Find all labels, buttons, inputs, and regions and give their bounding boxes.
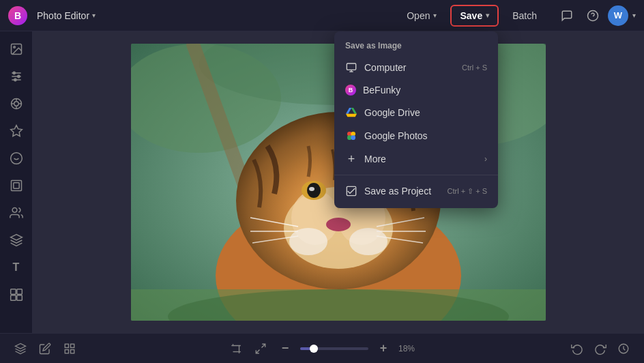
save-button[interactable]: Save ▾ — [450, 5, 499, 27]
save-more-item[interactable]: + More › — [334, 147, 498, 171]
history-button[interactable] — [614, 339, 633, 358]
sidebar-item-text[interactable]: T — [4, 255, 29, 280]
svg-rect-63 — [65, 344, 68, 347]
redo-button[interactable] — [591, 339, 610, 358]
save-computer-shortcut: Ctrl + S — [462, 63, 487, 72]
save-chevron: ▾ — [486, 12, 489, 19]
sidebar-item-frame[interactable] — [4, 173, 29, 198]
app-title-button[interactable]: Photo Editor ▾ — [33, 8, 100, 24]
undo-button[interactable] — [568, 339, 587, 358]
save-project-shortcut: Ctrl + ⇧ + S — [447, 187, 487, 196]
svg-point-13 — [13, 72, 15, 74]
svg-rect-30 — [16, 289, 22, 295]
dropdown-header: Save as Image — [334, 37, 498, 56]
save-gdrive-item[interactable]: Google Drive — [334, 101, 498, 124]
bottombar-right — [568, 339, 633, 358]
grid-toggle-button[interactable] — [60, 339, 79, 358]
zoom-in-button[interactable]: + — [374, 339, 393, 358]
topbar-right-icons: W ▾ — [556, 5, 636, 27]
svg-marker-62 — [16, 343, 26, 349]
svg-point-50 — [309, 187, 314, 191]
batch-label: Batch — [512, 10, 537, 21]
sidebar-item-touch[interactable] — [4, 146, 29, 171]
main-area: T — [0, 31, 644, 333]
save-gphotos-item[interactable]: Google Photos — [334, 124, 498, 147]
avatar-chevron: ▾ — [632, 12, 636, 19]
save-project-item[interactable]: Save as Project Ctrl + ⇧ + S — [334, 179, 498, 203]
save-gphotos-label: Google Photos — [364, 130, 428, 141]
layers-toggle-button[interactable] — [11, 339, 30, 358]
app-logo: B — [8, 6, 27, 25]
svg-point-58 — [289, 228, 327, 255]
gphotos-icon — [345, 130, 357, 142]
sidebar-item-image[interactable] — [4, 37, 29, 61]
left-sidebar: T — [0, 31, 33, 333]
svg-rect-25 — [11, 181, 21, 191]
open-label: Open — [407, 10, 430, 21]
svg-point-15 — [14, 78, 16, 81]
computer-icon — [345, 61, 357, 74]
sidebar-item-layers[interactable] — [4, 228, 29, 252]
edit-toggle-button[interactable] — [35, 339, 55, 358]
resize-button[interactable] — [251, 339, 270, 358]
save-gdrive-label: Google Drive — [364, 107, 420, 118]
comment-button[interactable] — [556, 5, 578, 27]
svg-line-68 — [256, 349, 259, 353]
svg-line-67 — [262, 344, 265, 347]
more-arrow: › — [484, 154, 487, 164]
sidebar-item-adjust[interactable] — [4, 64, 29, 89]
topbar: B Photo Editor ▾ Open ▾ Save ▾ Batch W — [0, 0, 644, 31]
bottombar-left — [11, 339, 79, 358]
app-title-label: Photo Editor — [37, 10, 89, 21]
svg-point-14 — [17, 75, 19, 77]
svg-rect-31 — [10, 295, 16, 301]
bottombar-center: − + 18% — [85, 339, 562, 358]
batch-button[interactable]: Batch — [504, 6, 545, 25]
save-befunky-label: BeFunky — [363, 85, 400, 96]
dropdown-divider — [334, 175, 498, 175]
bottombar: − + 18% — [0, 333, 644, 363]
svg-point-45 — [326, 218, 351, 231]
svg-rect-66 — [71, 349, 74, 353]
svg-rect-32 — [16, 295, 22, 301]
sidebar-item-effects[interactable] — [4, 91, 29, 116]
open-chevron: ▾ — [433, 12, 437, 19]
svg-rect-2 — [347, 63, 355, 70]
crop-button[interactable] — [226, 339, 246, 358]
zoom-slider-wrap — [300, 347, 368, 350]
sidebar-item-ai[interactable] — [4, 119, 29, 143]
svg-rect-26 — [13, 183, 18, 188]
zoom-slider[interactable] — [300, 347, 368, 350]
avatar-letter: W — [614, 10, 622, 20]
save-label: Save — [460, 10, 482, 21]
svg-point-27 — [12, 208, 17, 213]
svg-marker-28 — [10, 235, 22, 240]
save-project-label: Save as Project — [364, 186, 431, 197]
zoom-percent: 18% — [398, 344, 420, 353]
svg-rect-64 — [71, 344, 74, 347]
svg-point-48 — [307, 183, 321, 198]
svg-point-17 — [14, 102, 18, 106]
user-avatar-button[interactable]: W — [608, 5, 628, 26]
project-icon — [345, 185, 357, 197]
save-more-label: More — [364, 154, 386, 164]
svg-rect-65 — [65, 349, 68, 353]
svg-marker-22 — [10, 126, 22, 136]
sidebar-item-people[interactable] — [4, 201, 29, 225]
gdrive-icon — [345, 106, 357, 119]
sidebar-item-graphics[interactable] — [4, 282, 29, 307]
open-button[interactable]: Open ▾ — [398, 6, 445, 25]
svg-rect-29 — [10, 289, 16, 295]
befunky-icon: B — [345, 85, 356, 96]
help-button[interactable] — [582, 5, 604, 27]
save-befunky-item[interactable]: B BeFunky — [334, 79, 498, 101]
zoom-out-button[interactable]: − — [276, 339, 295, 358]
svg-point-6 — [351, 135, 355, 140]
save-computer-label: Computer — [364, 62, 406, 73]
save-computer-item[interactable]: Computer Ctrl + S — [334, 56, 498, 79]
svg-point-59 — [349, 228, 387, 255]
more-icon: + — [345, 153, 357, 165]
svg-point-9 — [13, 46, 14, 48]
zoom-thumb[interactable] — [310, 345, 318, 353]
logo-letter: B — [14, 10, 21, 21]
